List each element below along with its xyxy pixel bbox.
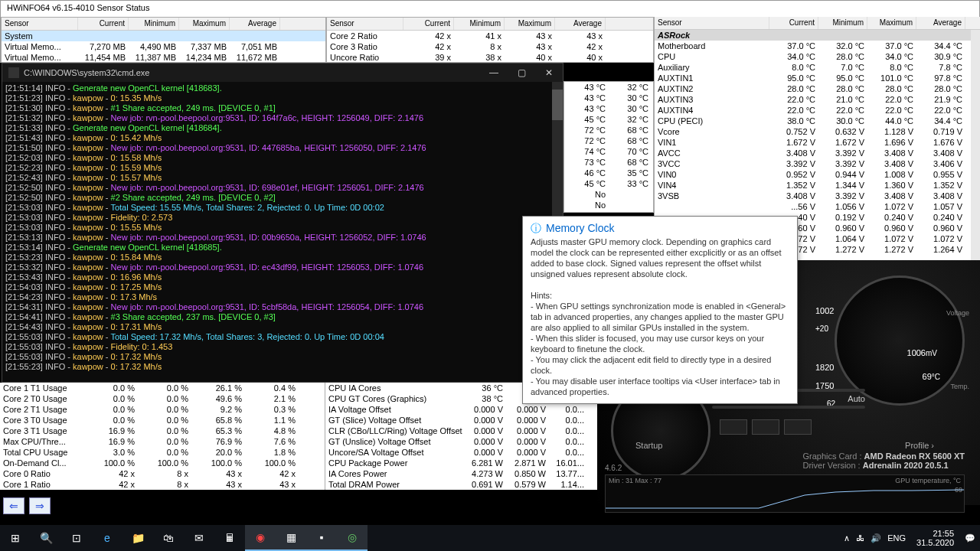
scrollbar[interactable]: [971, 30, 980, 262]
ab-apply-button[interactable]: [752, 419, 779, 435]
search-icon[interactable]: 🔍: [31, 525, 61, 551]
gpu-info: Graphics Card : AMD Radeon RX 5600 XT Dr…: [802, 452, 965, 470]
sensor-row[interactable]: 46 °C35 °C: [564, 168, 653, 178]
maximize-button[interactable]: ▢: [508, 64, 535, 82]
sensor-row[interactable]: Core 3 T1 Usage 16.9 % 0.0 % 65.3 % 4.8 …: [0, 425, 325, 436]
sensor-row[interactable]: Uncore/SA Voltage Offset 0.000 V 0.000 V…: [325, 447, 597, 458]
sensor-row[interactable]: 72 °C68 °C: [564, 125, 653, 135]
taskview-icon[interactable]: ⊡: [61, 525, 92, 551]
back-button[interactable]: ⇐: [3, 497, 24, 514]
voltage-readout: 1006mV: [907, 341, 937, 360]
version: 4.6.2: [605, 464, 622, 472]
calc-icon[interactable]: 🖩: [214, 525, 245, 551]
clock[interactable]: 21:5531.5.2020: [912, 529, 959, 547]
network-icon[interactable]: 🖧: [856, 533, 864, 543]
bottom-sensors[interactable]: Core 1 T1 Usage 0.0 % 0.0 % 26.1 % 0.4 %…: [0, 383, 597, 490]
sensor-row[interactable]: 45 °C33 °C: [564, 178, 653, 189]
taskbar[interactable]: ⊞ 🔍 ⊡ e 📁 🛍 ✉ 🖩 ◉ ▦ ▪ ◎ ∧ 🖧 🔊 ENG 21:553…: [0, 525, 980, 551]
sensor-row[interactable]: Total DRAM Power 0.691 W 0.579 W 1.14...: [325, 479, 597, 490]
sensor-row[interactable]: AUXTIN4 22.0 °C 22.0 °C 22.0 °C 22.0 °C: [655, 105, 980, 116]
hwinfo-taskbar-icon[interactable]: ▦: [276, 525, 306, 551]
close-button[interactable]: ✕: [535, 64, 563, 82]
sensor-row[interactable]: Auxiliary 8.0 °C 7.0 °C 8.0 °C 7.8 °C: [655, 62, 980, 73]
sensor-row[interactable]: 43 °C32 °C: [564, 82, 653, 93]
start-button[interactable]: ⊞: [0, 525, 31, 551]
lang-indicator[interactable]: ENG: [887, 533, 906, 543]
sensor-row[interactable]: Core 2 Ratio 42 x 41 x 43 x 43 x: [327, 31, 653, 41]
memory-clock-tooltip: Memory Clock Adjusts master GPU memory c…: [522, 216, 798, 404]
notifications-icon[interactable]: 💬: [965, 533, 975, 543]
sensor-row[interactable]: Core 2 T0 Usage 0.0 % 0.0 % 49.6 % 2.1 %: [0, 393, 325, 404]
explorer-icon[interactable]: 📁: [122, 525, 153, 551]
sensor-row[interactable]: 45 °C32 °C: [564, 114, 653, 125]
tray-icon[interactable]: ∧: [844, 533, 850, 543]
fan-speed-slider[interactable]: [712, 406, 865, 409]
cmd-titlebar[interactable]: C:\WINDOWS\system32\cmd.exe — ▢ ✕: [2, 64, 563, 82]
sensor-row[interactable]: Core 3 Ratio 42 x 8 x 43 x 42 x: [327, 41, 653, 52]
sensor-row[interactable]: 72 °C68 °C: [564, 135, 653, 146]
sensor-row[interactable]: IA Cores Power 4.273 W 0.850 W 13.77...: [325, 468, 597, 479]
sensor-row[interactable]: Max CPU/Thre... 16.9 % 0.0 % 76.9 % 7.6 …: [0, 436, 325, 447]
sensor-panel-2[interactable]: Sensor Current Minimum Maximum Average C…: [326, 17, 654, 63]
app-icon-green[interactable]: ◎: [337, 525, 368, 551]
sensor-row[interactable]: Uncore Ratio 39 x 38 x 40 x 40 x: [327, 52, 653, 63]
profile-label[interactable]: Profile ›: [905, 441, 934, 450]
forward-button[interactable]: ⇒: [29, 497, 51, 514]
mid-temps: 43 °C32 °C43 °C30 °C43 °C30 °C45 °C32 °C…: [564, 81, 654, 213]
sensor-row[interactable]: 3VSB 3.408 V 3.392 V 3.408 V 3.408 V: [655, 191, 980, 201]
sensor-row[interactable]: Vcore 0.752 V 0.632 V 1.128 V 0.719 V: [655, 126, 980, 137]
sensor-row[interactable]: No: [564, 189, 653, 200]
volume-icon[interactable]: 🔊: [871, 533, 881, 543]
sensor-row[interactable]: VIN4 1.352 V 1.344 V 1.360 V 1.352 V: [655, 180, 980, 191]
sensor-row[interactable]: No: [564, 200, 653, 210]
temp-graph[interactable]: Min : 31 Max : 77 GPU temperature, °C 69: [605, 474, 965, 513]
ab-reset-button[interactable]: [784, 419, 812, 435]
store-icon[interactable]: 🛍: [153, 525, 184, 551]
asrock-header[interactable]: ASRock: [655, 30, 980, 41]
sensor-row[interactable]: Motherboard 37.0 °C 32.0 °C 37.0 °C 34.4…: [655, 41, 980, 51]
startup-label[interactable]: Startup: [635, 441, 662, 450]
sensor-row[interactable]: GT (Unslice) Voltage Offset 0.000 V 0.00…: [325, 436, 597, 447]
sensor-row[interactable]: CPU (PECI) 38.0 °C 30.0 °C 44.0 °C 34.4 …: [655, 116, 980, 126]
sensor-row[interactable]: Virtual Memo... 11,454 MB 11,387 MB 14,2…: [2, 52, 325, 63]
sensor-row[interactable]: AUXTIN2 28.0 °C 28.0 °C 28.0 °C 28.0 °C: [655, 83, 980, 94]
sensor-row[interactable]: 73 °C68 °C: [564, 157, 653, 168]
sensor-row[interactable]: Core 2 T1 Usage 0.0 % 0.0 % 9.2 % 0.3 %: [0, 404, 325, 415]
cmd-body[interactable]: [21:51:14] INFO - Generate new OpenCL ke…: [2, 82, 563, 382]
sensor-row[interactable]: CPU 34.0 °C 28.0 °C 34.0 °C 30.9 °C: [655, 51, 980, 62]
sensor-row[interactable]: 43 °C30 °C: [564, 103, 653, 114]
sensor-row[interactable]: Total CPU Usage 3.0 % 0.0 % 20.0 % 1.8 %: [0, 447, 325, 458]
tooltip-title: Memory Clock: [531, 223, 789, 233]
cmd-window[interactable]: C:\WINDOWS\system32\cmd.exe — ▢ ✕ [21:51…: [2, 63, 564, 383]
sensor-row[interactable]: On-Demand Cl... 100.0 % 100.0 % 100.0 % …: [0, 458, 325, 468]
sensor-row[interactable]: Core 3 T0 Usage 0.0 % 0.0 % 65.8 % 1.1 %: [0, 415, 325, 425]
sensor-row[interactable]: VIN0 0.952 V 0.944 V 1.008 V 0.955 V: [655, 169, 980, 180]
ab-settings-button[interactable]: [720, 419, 747, 435]
sensor-row[interactable]: CLR (CBo/LLC/Ring) Voltage Offset 0.000 …: [325, 425, 597, 436]
hwinfo-title: HWiNFO64 v6.15-4010 Sensor Status: [1, 1, 979, 18]
sensor-row[interactable]: 3VCC 3.392 V 3.392 V 3.408 V 3.406 V: [655, 158, 980, 169]
cmd-taskbar-icon[interactable]: ▪: [306, 525, 337, 551]
sensor-row[interactable]: ...56 V 1.056 V 1.072 V 1.057 V: [655, 201, 980, 212]
sensor-row[interactable]: CPU Package Power 6.281 W 2.871 W 16.01.…: [325, 458, 597, 468]
app-icon-red[interactable]: ◉: [245, 525, 276, 551]
minimize-button[interactable]: —: [480, 64, 508, 82]
system-tray[interactable]: ∧ 🖧 🔊 ENG 21:5531.5.2020 💬: [844, 525, 975, 551]
sensor-row[interactable]: AVCC 3.408 V 3.392 V 3.408 V 3.408 V: [655, 148, 980, 158]
cmd-icon: [8, 67, 19, 78]
edge-icon[interactable]: e: [92, 525, 122, 551]
sensor-row[interactable]: AUXTIN1 95.0 °C 95.0 °C 101.0 °C 97.8 °C: [655, 73, 980, 83]
sensor-row[interactable]: System: [2, 31, 325, 41]
sensor-row[interactable]: Core 0 Ratio 42 x 8 x 43 x 42 x: [0, 468, 325, 479]
sensor-row[interactable]: Core 1 Ratio 42 x 8 x 43 x 43 x: [0, 479, 325, 490]
sensor-row[interactable]: AUXTIN3 22.0 °C 21.0 °C 22.0 °C 21.9 °C: [655, 94, 980, 105]
sensor-panel-1[interactable]: Sensor Current Minimum Maximum Average S…: [1, 17, 326, 63]
sensor-row[interactable]: 74 °C70 °C: [564, 146, 653, 157]
sensor-row[interactable]: VIN1 1.672 V 1.672 V 1.696 V 1.676 V: [655, 137, 980, 148]
sensor-row[interactable]: 43 °C30 °C: [564, 93, 653, 103]
sensor-row[interactable]: IA Voltage Offset 0.000 V 0.000 V 0.0...: [325, 404, 597, 415]
sensor-row[interactable]: GT (Slice) Voltage Offset 0.000 V 0.000 …: [325, 415, 597, 425]
mail-icon[interactable]: ✉: [184, 525, 214, 551]
sensor-row[interactable]: Virtual Memo... 7,270 MB 4,490 MB 7,337 …: [2, 41, 325, 52]
sensor-row[interactable]: Core 1 T1 Usage 0.0 % 0.0 % 26.1 % 0.4 %: [0, 383, 325, 393]
